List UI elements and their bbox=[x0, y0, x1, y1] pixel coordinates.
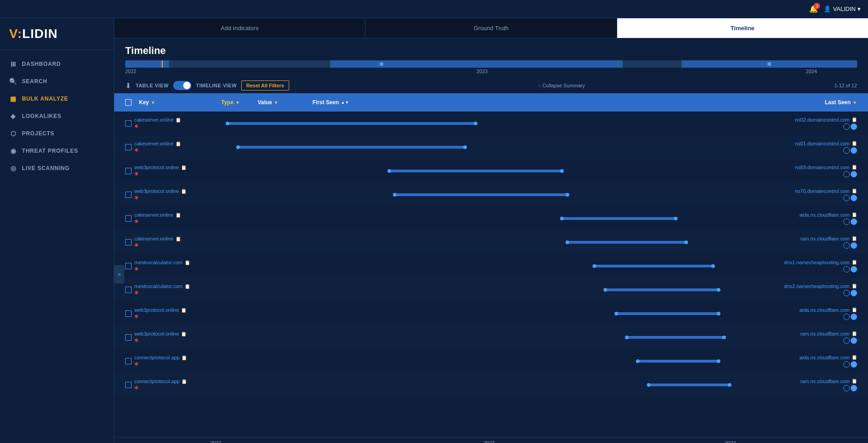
row-key-link[interactable]: cakeserver.online 📋 bbox=[134, 141, 217, 146]
sidebar-item-threat-profiles[interactable]: ◉ THREAT PROFILES bbox=[0, 142, 114, 160]
action-circle-1[interactable] bbox=[843, 242, 850, 249]
tab-add-indicators[interactable]: Add Indicators bbox=[114, 18, 365, 38]
row-key-link[interactable]: web3protocol.online 📋 bbox=[134, 307, 217, 313]
last-seen-link[interactable]: aida.ns.cloudflare.com bbox=[799, 307, 850, 313]
tab-ground-truth[interactable]: Ground Truth bbox=[365, 18, 617, 38]
action-circle-1[interactable] bbox=[843, 337, 850, 344]
sidebar-item-search[interactable]: 🔍 SEARCH bbox=[0, 73, 114, 90]
copy-icon[interactable]: 📋 bbox=[181, 355, 187, 360]
col-header-type[interactable]: Type ▼ bbox=[221, 99, 258, 106]
row-key-link[interactable]: mestoxcalculator.com 📋 bbox=[134, 260, 217, 265]
copy-icon[interactable]: 📋 bbox=[175, 117, 181, 123]
notification-bell[interactable]: 🔔 1 bbox=[809, 5, 818, 13]
row-key-link[interactable]: cakeserver.online 📋 bbox=[134, 117, 217, 123]
copy-icon[interactable]: 📋 bbox=[181, 308, 186, 313]
user-menu[interactable]: 👤 VALIDIN ▾ bbox=[824, 5, 861, 12]
action-circle-2[interactable] bbox=[851, 385, 857, 391]
last-seen-link[interactable]: ram.ns.cloudflare.com bbox=[800, 331, 850, 336]
sidebar-item-bulk-analyze[interactable]: ▦ BULK ANALYZE bbox=[0, 90, 114, 107]
last-seen-link[interactable]: aida.ns.cloudflare.com bbox=[799, 212, 850, 218]
action-circle-1[interactable] bbox=[843, 290, 850, 296]
copy-icon[interactable]: 📋 bbox=[175, 213, 181, 218]
copy-icon[interactable]: 📋 bbox=[181, 189, 186, 194]
select-all-checkbox[interactable] bbox=[125, 99, 139, 106]
action-circle-1[interactable] bbox=[843, 171, 850, 177]
copy-icon-last[interactable]: 📋 bbox=[852, 307, 857, 312]
action-circle-2[interactable] bbox=[851, 266, 857, 272]
checkbox-box[interactable] bbox=[125, 99, 132, 106]
row-checkbox[interactable] bbox=[125, 168, 132, 174]
action-circle-1[interactable] bbox=[843, 195, 850, 201]
row-checkbox[interactable] bbox=[125, 144, 132, 150]
copy-icon-last[interactable]: 📋 bbox=[852, 379, 857, 384]
action-circle-2[interactable] bbox=[851, 219, 857, 225]
row-checkbox[interactable] bbox=[125, 120, 132, 127]
action-circle-2[interactable] bbox=[851, 242, 857, 249]
last-seen-link[interactable]: ram.ns.cloudflare.com bbox=[800, 379, 850, 384]
action-circle-2[interactable] bbox=[851, 147, 857, 154]
col-header-key[interactable]: Key ▼ bbox=[139, 99, 221, 106]
key-link[interactable]: web3protocol.online bbox=[134, 331, 179, 336]
copy-icon-last[interactable]: 📋 bbox=[852, 355, 857, 360]
key-link[interactable]: cakeserver.online bbox=[134, 141, 174, 146]
last-seen-link[interactable]: ns01.domaincontrol.com bbox=[795, 141, 850, 146]
row-checkbox[interactable] bbox=[125, 310, 132, 317]
key-link[interactable]: connectprotocol.app bbox=[134, 355, 180, 360]
view-toggle[interactable] bbox=[173, 81, 191, 90]
row-key-link[interactable]: connectprotocol.app 📋 bbox=[134, 355, 217, 360]
action-circle-1[interactable] bbox=[843, 266, 850, 272]
row-key-link[interactable]: web3protocol.online 📋 bbox=[134, 165, 217, 170]
action-circle-2[interactable] bbox=[851, 123, 857, 130]
timeline-scrubber[interactable]: 2022 2023 2024 bbox=[114, 60, 868, 76]
last-seen-link[interactable]: ns69.domaincontrol.com bbox=[795, 165, 850, 170]
col-header-last-seen[interactable]: Last Seen ▼ bbox=[757, 99, 857, 106]
row-checkbox[interactable] bbox=[125, 382, 132, 388]
action-circle-1[interactable] bbox=[843, 219, 850, 225]
tab-timeline[interactable]: Timeline bbox=[617, 18, 868, 38]
action-circle-1[interactable] bbox=[843, 361, 850, 368]
row-checkbox[interactable] bbox=[125, 287, 132, 293]
row-checkbox[interactable] bbox=[125, 358, 132, 364]
download-button[interactable]: ⬇ bbox=[125, 81, 131, 90]
action-circle-2[interactable] bbox=[851, 195, 857, 201]
action-circle-2[interactable] bbox=[851, 361, 857, 368]
row-checkbox[interactable] bbox=[125, 192, 132, 198]
copy-icon-last[interactable]: 📋 bbox=[852, 283, 857, 288]
last-seen-link[interactable]: dns2.namecheaphosting.com bbox=[784, 283, 850, 289]
copy-icon[interactable]: 📋 bbox=[185, 260, 190, 265]
copy-icon-last[interactable]: 📋 bbox=[852, 236, 857, 241]
key-link[interactable]: cakeserver.online bbox=[134, 212, 174, 218]
key-link[interactable]: cakeserver.online bbox=[134, 236, 174, 241]
copy-icon[interactable]: 📋 bbox=[181, 379, 187, 384]
copy-icon-last[interactable]: 📋 bbox=[852, 212, 857, 217]
collapse-summary[interactable]: ↑ Collapse Summary bbox=[539, 83, 585, 88]
row-checkbox[interactable] bbox=[125, 334, 132, 341]
row-key-link[interactable]: web3protocol.online 📋 bbox=[134, 188, 217, 194]
action-circle-2[interactable] bbox=[851, 171, 857, 177]
reset-filters-button[interactable]: Reset All Filters bbox=[241, 80, 289, 91]
action-circle-2[interactable] bbox=[851, 290, 857, 296]
col-header-first-seen[interactable]: First Seen ▲▼ bbox=[312, 99, 757, 106]
copy-icon-last[interactable]: 📋 bbox=[852, 331, 857, 336]
row-key-link[interactable]: web3protocol.online 📋 bbox=[134, 331, 217, 336]
sidebar-item-projects[interactable]: ⬡ PROJECTS bbox=[0, 125, 114, 142]
collapse-panel-button[interactable]: « bbox=[114, 265, 124, 283]
key-link[interactable]: connectprotocol.app bbox=[134, 379, 180, 384]
key-link[interactable]: web3protocol.online bbox=[134, 188, 179, 194]
sidebar-item-dashboard[interactable]: ⊞ DASHBOARD bbox=[0, 55, 114, 73]
last-seen-link[interactable]: aida.ns.cloudflare.com bbox=[799, 355, 850, 360]
row-key-link[interactable]: cakeserver.online 📋 bbox=[134, 212, 217, 218]
key-link[interactable]: mestoxcalculator.com bbox=[134, 260, 183, 265]
copy-icon[interactable]: 📋 bbox=[181, 331, 186, 336]
copy-icon[interactable]: 📋 bbox=[181, 165, 186, 170]
row-checkbox[interactable] bbox=[125, 215, 132, 222]
last-seen-link[interactable]: ram.ns.cloudflare.com bbox=[800, 236, 850, 241]
row-checkbox[interactable] bbox=[125, 239, 132, 246]
scrubber-track[interactable] bbox=[125, 60, 857, 68]
action-circle-2[interactable] bbox=[851, 314, 857, 320]
copy-icon-last[interactable]: 📋 bbox=[852, 117, 857, 122]
action-circle-1[interactable] bbox=[843, 314, 850, 320]
key-link[interactable]: web3protocol.online bbox=[134, 165, 179, 170]
key-link[interactable]: web3protocol.online bbox=[134, 307, 179, 313]
copy-icon[interactable]: 📋 bbox=[185, 284, 190, 289]
